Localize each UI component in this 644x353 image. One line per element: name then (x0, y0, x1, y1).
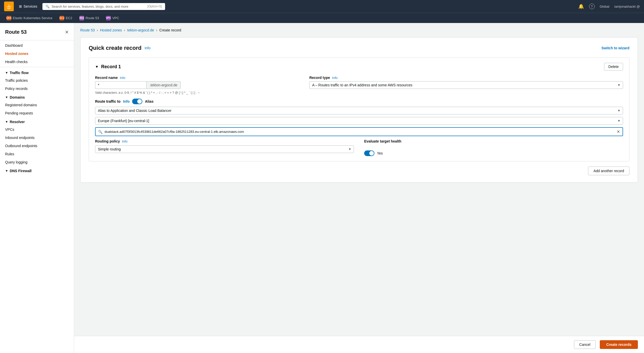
route-traffic-info-badge[interactable]: Info (123, 99, 130, 103)
routing-policy-group: Routing policy Info Simple routing ▼ (95, 139, 354, 153)
chevron-down-icon-domains: ▼ (5, 96, 8, 99)
page-info-badge[interactable]: Info (145, 46, 151, 50)
sidebar-item-vpcs[interactable]: VPCs (0, 125, 74, 134)
record-chevron-icon: ▼ (95, 65, 99, 69)
breadcrumb-tekton[interactable]: tekton-argocd.de (127, 28, 154, 32)
search-icon: 🔍 (45, 5, 50, 8)
sidebar-divider (0, 40, 74, 40)
load-balancer-search-input[interactable] (105, 130, 615, 134)
routing-policy-label: Routing policy Info (95, 139, 354, 143)
chevron-down-icon-dns: ▼ (5, 169, 8, 173)
service-tab-vpc[interactable]: VPC VPC (103, 15, 122, 21)
sidebar-section-domains[interactable]: ▼ Domains (0, 93, 74, 101)
page-footer: Cancel Create records (74, 336, 644, 353)
region-selector[interactable]: Global (600, 5, 610, 8)
breadcrumb-current: Create record (159, 28, 181, 32)
sidebar-item-rules[interactable]: Rules (0, 150, 74, 158)
ec2-icon: EC2 (60, 16, 64, 20)
record-name-type-row: Record name Info .tekton-argocd.de Valid… (95, 76, 623, 95)
alias-target-select[interactable]: Alias to Application and Classic Load Ba… (95, 107, 623, 114)
search-shortcut: [Option+S] (147, 5, 162, 8)
sidebar: Route 53 ✕ Dashboard Hosted zones Health… (0, 23, 74, 353)
region-select[interactable]: Europe (Frankfurt) [eu-central-1] (95, 117, 623, 125)
region-select-wrapper: Europe (Frankfurt) [eu-central-1] ▼ (95, 117, 623, 125)
routing-eval-row: Routing policy Info Simple routing ▼ (95, 139, 623, 156)
vpc-icon: VPC (106, 16, 111, 20)
sidebar-header: Route 53 ✕ (0, 27, 74, 39)
valid-chars-text: Valid characters: a-z, 0-9, ! " # $ % & … (95, 91, 304, 95)
clear-search-icon[interactable]: ✕ (617, 129, 620, 134)
service-tab-eks[interactable]: EKS Elastic Kubernetes Service (4, 15, 55, 21)
sidebar-item-inbound-endpoints[interactable]: Inbound endpoints (0, 134, 74, 142)
evaluate-toggle-knob (369, 151, 374, 156)
sidebar-item-policy-records[interactable]: Policy records (0, 85, 74, 93)
add-another-record-button[interactable]: Add another record (588, 167, 629, 175)
alias-toggle[interactable] (132, 99, 142, 104)
bell-icon[interactable]: 🔔 (578, 4, 584, 9)
chevron-down-icon-resolver: ▼ (5, 120, 8, 124)
record-name-info-badge[interactable]: Info (120, 76, 125, 80)
page-title: Quick create record (89, 45, 142, 51)
record-name-group: Record name Info .tekton-argocd.de Valid… (95, 76, 304, 95)
routing-policy-select-wrapper: Simple routing ▼ (95, 145, 354, 153)
main-layout: Route 53 ✕ Dashboard Hosted zones Health… (0, 23, 644, 353)
record-type-group: Record type Info A – Routes traffic to a… (309, 76, 623, 95)
service-tab-ec2[interactable]: EC2 EC2 (57, 15, 75, 21)
sidebar-item-traffic-policies[interactable]: Traffic policies (0, 76, 74, 85)
user-menu[interactable]: iamjonashackt @ (614, 5, 640, 8)
create-records-button[interactable]: Create records (600, 340, 638, 349)
record-name-label: Record name Info (95, 76, 304, 80)
load-balancer-search[interactable]: 🔍 ✕ (95, 127, 623, 136)
breadcrumb-route53[interactable]: Route 53 (80, 28, 95, 32)
grid-icon: ⊞ (19, 4, 22, 8)
sidebar-item-hosted-zones[interactable]: Hosted zones (0, 50, 74, 58)
record-type-info-badge[interactable]: Info (332, 76, 338, 80)
breadcrumb-hosted-zones[interactable]: Hosted zones (100, 28, 122, 32)
quick-create-card: Quick create record Info Switch to wizar… (80, 37, 638, 183)
sidebar-item-outbound-endpoints[interactable]: Outbound endpoints (0, 142, 74, 150)
routing-policy-info-badge[interactable]: Info (122, 139, 128, 143)
help-icon[interactable]: ? (589, 4, 595, 9)
sidebar-item-health-checks[interactable]: Health checks (0, 58, 74, 66)
sidebar-item-pending-requests[interactable]: Pending requests (0, 109, 74, 117)
breadcrumb-sep-2: › (124, 28, 125, 32)
routing-policy-select[interactable]: Simple routing (95, 145, 354, 153)
record-name-input-row: .tekton-argocd.de (95, 81, 304, 89)
services-nav-button[interactable]: ⊞ Services (17, 3, 39, 9)
search-input[interactable] (52, 5, 145, 8)
nav-right: 🔔 ? Global iamjonashackt @ (578, 4, 640, 9)
record-section: ▼ Record 1 Delete Record name Info (89, 57, 629, 161)
sidebar-section-dns-firewall[interactable]: ▼ DNS Firewall (0, 166, 74, 174)
record-type-label: Record type Info (309, 76, 623, 80)
delete-record-button[interactable]: Delete (604, 63, 623, 70)
sidebar-item-registered-domains[interactable]: Registered domains (0, 101, 74, 109)
content-area: Route 53 › Hosted zones › tekton-argocd.… (74, 23, 644, 353)
global-search[interactable]: 🔍 [Option+S] (42, 3, 165, 10)
record-name-input[interactable] (95, 81, 146, 89)
evaluate-yes-label: Yes (377, 151, 383, 155)
main-content: Route 53 › Hosted zones › tekton-argocd.… (74, 23, 644, 336)
alias-label: Alias (145, 99, 153, 103)
eks-icon: EKS (7, 16, 11, 20)
alias-target-select-wrapper: Alias to Application and Classic Load Ba… (95, 107, 623, 114)
evaluate-target-health-group: Evaluate target health Yes (364, 139, 623, 156)
breadcrumb: Route 53 › Hosted zones › tekton-argocd.… (80, 28, 638, 32)
sidebar-section-resolver[interactable]: ▼ Resolver (0, 117, 74, 125)
sidebar-item-query-logging[interactable]: Query logging (0, 158, 74, 166)
evaluate-health-label: Evaluate target health (364, 139, 623, 143)
record-type-select[interactable]: A – Routes traffic to an IPv4 address an… (309, 81, 623, 89)
route53-icon: R53 (79, 16, 84, 20)
record-section-header: ▼ Record 1 Delete (95, 63, 623, 70)
cancel-button[interactable]: Cancel (574, 340, 596, 349)
service-bar: EKS Elastic Kubernetes Service EC2 EC2 R… (0, 13, 644, 23)
card-header: Quick create record Info Switch to wizar… (89, 45, 629, 51)
sidebar-item-dashboard[interactable]: Dashboard (0, 41, 74, 50)
service-tab-route53[interactable]: R53 Route 53 (77, 15, 102, 21)
sidebar-close-button[interactable]: ✕ (65, 29, 69, 35)
sidebar-divider-2 (0, 67, 74, 67)
sidebar-section-traffic-flow[interactable]: ▼ Traffic flow (0, 68, 74, 76)
route-traffic-group: Route traffic to Info Alias Alias to App… (95, 99, 623, 136)
card-title-row: Quick create record Info (89, 45, 151, 51)
evaluate-health-toggle[interactable] (364, 150, 374, 156)
switch-to-wizard-button[interactable]: Switch to wizard (601, 46, 629, 50)
